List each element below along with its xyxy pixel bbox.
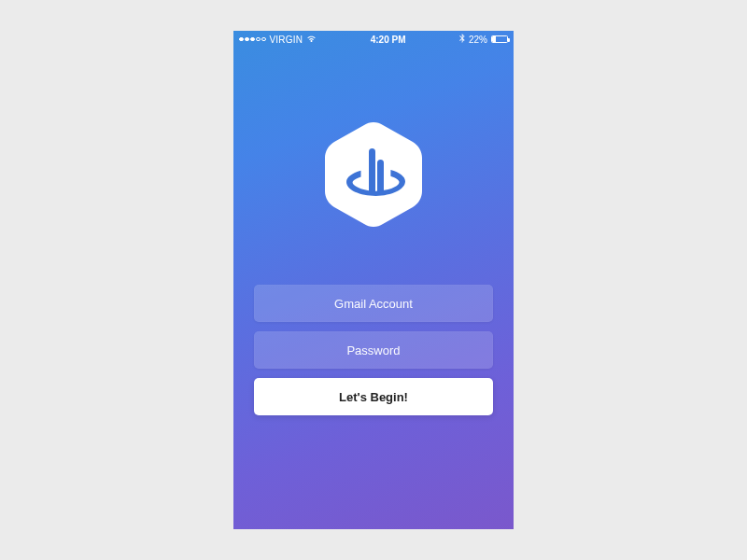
- login-form: Let's Begin!: [254, 285, 493, 415]
- wifi-icon: [306, 35, 317, 45]
- phone-screen: VIRGIN 4:20 PM 22%: [233, 31, 514, 529]
- clock: 4:20 PM: [371, 35, 406, 45]
- app-logo: [325, 122, 422, 227]
- login-content: Let's Begin!: [233, 48, 514, 529]
- password-field[interactable]: [254, 331, 493, 369]
- status-bar: VIRGIN 4:20 PM 22%: [233, 31, 514, 48]
- svg-rect-0: [369, 148, 375, 195]
- carrier-label: VIRGIN: [270, 35, 303, 45]
- submit-button[interactable]: Let's Begin!: [254, 378, 493, 415]
- email-field[interactable]: [254, 285, 493, 322]
- status-right: 22%: [459, 34, 508, 45]
- bluetooth-icon: [459, 34, 465, 45]
- signal-strength-icon: [239, 37, 266, 42]
- battery-icon: [491, 35, 508, 43]
- status-left: VIRGIN: [239, 35, 317, 45]
- svg-rect-1: [377, 160, 384, 195]
- battery-percent: 22%: [469, 35, 487, 45]
